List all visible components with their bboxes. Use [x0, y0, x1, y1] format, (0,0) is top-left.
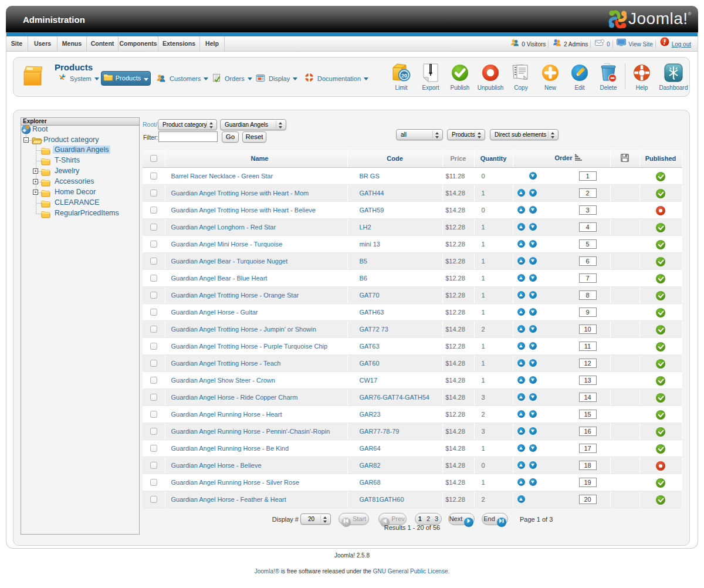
svg-text:20: 20	[401, 73, 407, 79]
